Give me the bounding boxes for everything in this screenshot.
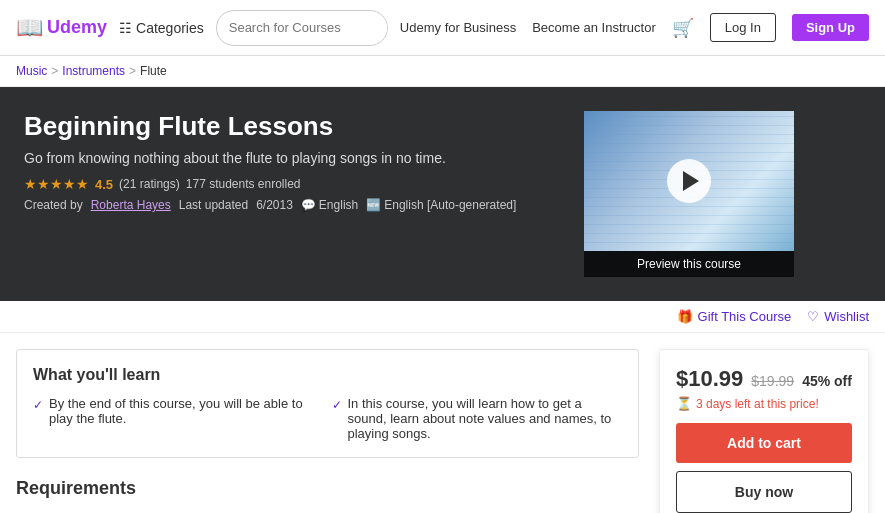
video-caption[interactable]: Preview this course: [584, 251, 794, 277]
search-bar: 🔍: [216, 10, 388, 46]
current-price: $10.99: [676, 366, 743, 392]
rating-count: (21 ratings): [119, 177, 180, 191]
signup-button[interactable]: Sign Up: [792, 14, 869, 41]
video-thumbnail: [584, 111, 794, 251]
search-input[interactable]: [229, 20, 388, 35]
hero-content: Beginning Flute Lessons Go from knowing …: [24, 111, 564, 212]
updated-date: 6/2013: [256, 198, 293, 212]
clock-icon: ⏳: [676, 396, 692, 411]
enrolled-count: 177 students enrolled: [186, 177, 301, 191]
language-text: English: [319, 198, 358, 212]
breadcrumb-sep-2: >: [129, 64, 136, 78]
header-links: Udemy for Business Become an Instructor …: [400, 13, 869, 42]
learn-title: What you'll learn: [33, 366, 622, 384]
hero-rating: ★★★★★ 4.5 (21 ratings) 177 students enro…: [24, 176, 564, 192]
buy-now-button[interactable]: Buy now: [676, 471, 852, 513]
original-price: $19.99: [751, 373, 794, 389]
check-icon-1: ✓: [33, 398, 43, 412]
captions-item: 🆕 English [Auto-generated]: [366, 198, 516, 212]
captions-icon: 🆕: [366, 198, 381, 212]
requirement-item-1: You will need a flute and the music book…: [36, 509, 639, 513]
business-link[interactable]: Udemy for Business: [400, 20, 516, 35]
breadcrumb-music[interactable]: Music: [16, 64, 47, 78]
price-card: $10.99 $19.99 45% off ⏳ 3 days left at t…: [659, 349, 869, 513]
learn-box: What you'll learn ✓ By the end of this c…: [16, 349, 639, 458]
breadcrumb-flute: Flute: [140, 64, 167, 78]
language-item: 💬 English: [301, 198, 358, 212]
days-left: ⏳ 3 days left at this price!: [676, 396, 852, 411]
check-icon-2: ✓: [332, 398, 342, 412]
hero-section: Beginning Flute Lessons Go from knowing …: [0, 87, 885, 301]
heart-icon: ♡: [807, 309, 819, 324]
breadcrumb-instruments[interactable]: Instruments: [62, 64, 125, 78]
hero-meta: Created by Roberta Hayes Last updated 6/…: [24, 198, 564, 212]
categories-button[interactable]: ☷ Categories: [119, 20, 204, 36]
cart-icon[interactable]: 🛒: [672, 17, 694, 39]
star-icons: ★★★★★: [24, 176, 89, 192]
logo-text: Udemy: [47, 17, 107, 38]
breadcrumb: Music > Instruments > Flute: [0, 56, 885, 87]
rating-number: 4.5: [95, 177, 113, 192]
gift-button[interactable]: 🎁 Gift This Course: [677, 309, 792, 324]
instructor-link[interactable]: Become an Instructor: [532, 20, 656, 35]
udemy-logo-icon: 📖: [16, 15, 43, 41]
play-button[interactable]: [667, 159, 711, 203]
course-preview[interactable]: Preview this course: [584, 111, 794, 277]
sidebar: $10.99 $19.99 45% off ⏳ 3 days left at t…: [659, 349, 869, 513]
author-link[interactable]: Roberta Hayes: [91, 198, 171, 212]
learn-item-1: ✓ By the end of this course, you will be…: [33, 396, 324, 441]
main-layout: What you'll learn ✓ By the end of this c…: [0, 333, 885, 513]
created-by-label: Created by: [24, 198, 83, 212]
grid-icon: ☷: [119, 20, 132, 36]
discount-badge: 45% off: [802, 373, 852, 389]
gift-icon: 🎁: [677, 309, 693, 324]
course-title: Beginning Flute Lessons: [24, 111, 564, 142]
updated-label: Last updated: [179, 198, 248, 212]
add-to-cart-button[interactable]: Add to cart: [676, 423, 852, 463]
requirements-title: Requirements: [16, 478, 639, 499]
play-triangle-icon: [683, 171, 699, 191]
price-row: $10.99 $19.99 45% off: [676, 366, 852, 392]
requirements-list: You will need a flute and the music book…: [16, 509, 639, 513]
wishlist-button[interactable]: ♡ Wishlist: [807, 309, 869, 324]
learn-text-2: In this course, you will learn how to ge…: [348, 396, 623, 441]
learn-text-1: By the end of this course, you will be a…: [49, 396, 324, 426]
learn-item-2: ✓ In this course, you will learn how to …: [332, 396, 623, 441]
course-subtitle: Go from knowing nothing about the flute …: [24, 150, 564, 166]
login-button[interactable]: Log In: [710, 13, 776, 42]
gift-label: Gift This Course: [698, 309, 792, 324]
categories-label: Categories: [136, 20, 204, 36]
logo[interactable]: 📖 Udemy: [16, 15, 107, 41]
requirements-section: Requirements You will need a flute and t…: [16, 478, 639, 513]
wishlist-label: Wishlist: [824, 309, 869, 324]
learn-grid: ✓ By the end of this course, you will be…: [33, 396, 622, 441]
header: 📖 Udemy ☷ Categories 🔍 Udemy for Busines…: [0, 0, 885, 56]
days-left-text: 3 days left at this price!: [696, 397, 819, 411]
captions-text: English [Auto-generated]: [384, 198, 516, 212]
breadcrumb-sep-1: >: [51, 64, 58, 78]
speech-icon: 💬: [301, 198, 316, 212]
gift-bar: 🎁 Gift This Course ♡ Wishlist: [0, 301, 885, 333]
main-content: What you'll learn ✓ By the end of this c…: [16, 349, 639, 513]
